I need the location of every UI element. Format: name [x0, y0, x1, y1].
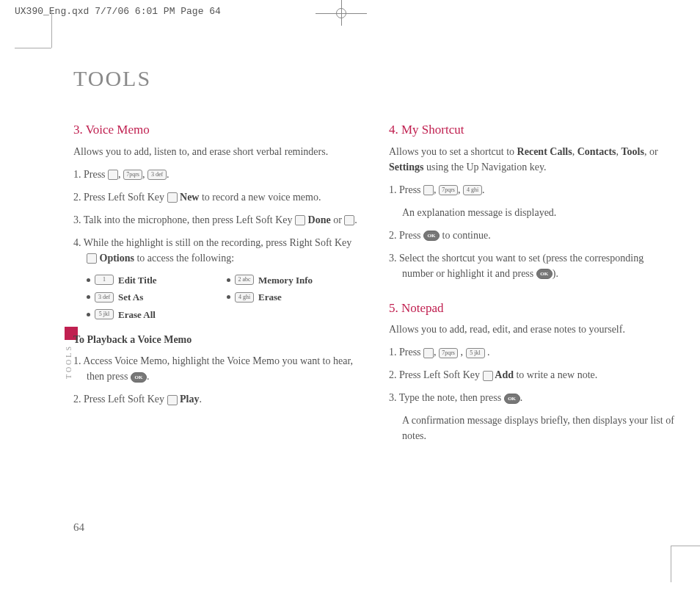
- ok-key-icon: OK: [536, 269, 553, 279]
- soft-key-icon: [167, 395, 178, 405]
- voice-memo-step-2: 2. Press Left Soft Key New to record a n…: [73, 189, 360, 205]
- ok-key-icon: OK: [423, 231, 440, 241]
- key-3-icon: 3 def: [147, 170, 167, 180]
- voice-memo-step-4: 4. While the highlight is still on the r…: [73, 235, 360, 266]
- right-column: 4. My Shortcut Allows you to set a short…: [389, 120, 675, 451]
- option-edit-title: 1Edit Title: [87, 273, 219, 288]
- voice-memo-options: 1Edit Title 2 abcMemory Info 3 defSet As…: [87, 273, 360, 322]
- shortcut-intro: Allows you to set a shortcut to Recent C…: [389, 144, 675, 175]
- side-label: TOOLS: [65, 344, 73, 379]
- playback-step-1: 1. Access Voice Memo, highlight the Voic…: [73, 353, 360, 384]
- soft-key-icon: [87, 253, 97, 264]
- page-title: TOOLS: [73, 66, 675, 91]
- playback-title: To Playback a Voice Memo: [73, 332, 360, 347]
- notepad-step-2: 2. Press Left Soft Key Add to write a ne…: [389, 367, 675, 383]
- ok-key-icon: OK: [131, 372, 147, 383]
- option-set-as: 3 defSet As: [87, 290, 219, 305]
- section-title-notepad: 5. Notepad: [389, 299, 675, 318]
- key-7-icon: 7pqrs: [439, 185, 458, 195]
- voice-memo-step-3: 3. Talk into the microphone, then press …: [73, 212, 360, 228]
- notepad-step-3: 3. Type the note, then press OK.: [389, 390, 675, 405]
- page-number: 64: [73, 521, 84, 534]
- voice-memo-step-1: 1. Press , 7pqrs, 3 def.: [73, 167, 360, 182]
- print-header: UX390_Eng.qxd 7/7/06 6:01 PM Page 64: [15, 6, 221, 17]
- shortcut-step-1: 1. Press , 7pqrs, 4 ghi.: [389, 182, 675, 198]
- notepad-end: A confirmation message displays briefly,…: [389, 413, 675, 443]
- shortcut-step-2: 2. Press OK to continue.: [389, 228, 675, 243]
- option-memory-info: 2 abcMemory Info: [227, 273, 360, 288]
- playback-step-2: 2. Press Left Soft Key Play.: [73, 391, 360, 407]
- notepad-intro: Allows you to add, read, edit, and erase…: [389, 322, 675, 337]
- soft-key-icon: [423, 348, 434, 358]
- key-5-icon: 5 jkl: [95, 309, 114, 319]
- notepad-step-1: 1. Press , 7pqrs , 5 jkl .: [389, 344, 675, 360]
- registration-mark-icon: [316, 0, 367, 26]
- soft-key-icon: [108, 170, 118, 180]
- voice-memo-intro: Allows you to add, listen to, and erase …: [73, 144, 360, 159]
- crop-mark-icon: [15, 48, 51, 48]
- option-erase: 4 ghiErase: [227, 290, 360, 305]
- key-7-icon: 7pqrs: [439, 348, 458, 358]
- key-4-icon: 4 ghi: [235, 292, 254, 303]
- key-1-icon: 1: [95, 275, 114, 285]
- left-column: 3. Voice Memo Allows you to add, listen …: [73, 120, 360, 451]
- section-title-my-shortcut: 4. My Shortcut: [389, 120, 675, 140]
- key-2-icon: 2 abc: [235, 275, 254, 285]
- key-3-icon: 3 def: [95, 292, 114, 303]
- option-erase-all: 5 jklErase All: [87, 308, 219, 322]
- soft-key-icon: [167, 192, 178, 203]
- ok-key-icon: OK: [504, 394, 520, 404]
- soft-key-icon: [423, 185, 434, 195]
- shortcut-step-3: 3. Select the shortcut you want to set (…: [389, 250, 675, 281]
- key-4-icon: 4 ghi: [463, 185, 482, 195]
- soft-key-icon: [483, 371, 493, 381]
- key-7-icon: 7pqrs: [123, 170, 142, 180]
- end-key-icon: [344, 215, 354, 225]
- key-5-icon: 5 jkl: [466, 348, 485, 358]
- soft-key-icon: [295, 215, 305, 225]
- section-title-voice-memo: 3. Voice Memo: [73, 120, 360, 140]
- crop-mark-icon: [671, 546, 700, 546]
- shortcut-step-1b: An explanation message is displayed.: [389, 205, 675, 220]
